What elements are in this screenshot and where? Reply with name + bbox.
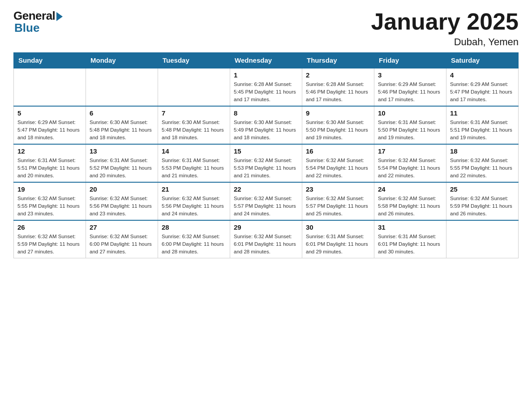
- day-number: 19: [17, 185, 82, 193]
- logo-triangle-icon: [56, 12, 63, 21]
- calendar-cell: 15Sunrise: 6:32 AM Sunset: 5:53 PM Dayli…: [230, 144, 302, 182]
- day-info: Sunrise: 6:31 AM Sunset: 5:50 PM Dayligh…: [378, 119, 442, 141]
- day-info: Sunrise: 6:32 AM Sunset: 5:57 PM Dayligh…: [306, 195, 370, 217]
- column-header-friday: Friday: [374, 53, 446, 68]
- day-number: 28: [162, 223, 226, 231]
- day-number: 5: [17, 109, 82, 117]
- day-info: Sunrise: 6:31 AM Sunset: 5:53 PM Dayligh…: [162, 157, 226, 179]
- calendar-cell: 8Sunrise: 6:30 AM Sunset: 5:49 PM Daylig…: [230, 106, 302, 144]
- day-number: 31: [378, 223, 442, 231]
- calendar-cell: 30Sunrise: 6:31 AM Sunset: 6:01 PM Dayli…: [302, 220, 374, 258]
- day-number: 25: [450, 185, 515, 193]
- calendar-cell: 13Sunrise: 6:31 AM Sunset: 5:52 PM Dayli…: [86, 144, 158, 182]
- title-area: January 2025 Dubah, Yemen: [371, 9, 519, 48]
- logo: General Blue: [13, 9, 63, 35]
- calendar-cell: 14Sunrise: 6:31 AM Sunset: 5:53 PM Dayli…: [158, 144, 230, 182]
- day-number: 3: [378, 71, 442, 79]
- day-info: Sunrise: 6:32 AM Sunset: 6:00 PM Dayligh…: [90, 233, 154, 255]
- day-number: 8: [234, 109, 298, 117]
- calendar-cell: 25Sunrise: 6:32 AM Sunset: 5:59 PM Dayli…: [446, 182, 519, 220]
- calendar-cell: 26Sunrise: 6:32 AM Sunset: 5:59 PM Dayli…: [14, 220, 86, 258]
- day-number: 21: [162, 185, 226, 193]
- day-info: Sunrise: 6:32 AM Sunset: 5:54 PM Dayligh…: [306, 157, 370, 179]
- calendar-cell: 27Sunrise: 6:32 AM Sunset: 6:00 PM Dayli…: [86, 220, 158, 258]
- day-info: Sunrise: 6:29 AM Sunset: 5:47 PM Dayligh…: [450, 81, 515, 103]
- calendar-cell: 9Sunrise: 6:30 AM Sunset: 5:50 PM Daylig…: [302, 106, 374, 144]
- day-info: Sunrise: 6:29 AM Sunset: 5:46 PM Dayligh…: [378, 81, 442, 103]
- day-number: 13: [90, 147, 154, 155]
- day-number: 23: [306, 185, 370, 193]
- calendar-cell: 16Sunrise: 6:32 AM Sunset: 5:54 PM Dayli…: [302, 144, 374, 182]
- day-info: Sunrise: 6:32 AM Sunset: 5:55 PM Dayligh…: [17, 195, 82, 217]
- calendar-cell: [86, 68, 158, 106]
- calendar-cell: 7Sunrise: 6:30 AM Sunset: 5:48 PM Daylig…: [158, 106, 230, 144]
- week-row-3: 12Sunrise: 6:31 AM Sunset: 5:51 PM Dayli…: [14, 144, 519, 182]
- day-info: Sunrise: 6:31 AM Sunset: 5:51 PM Dayligh…: [450, 119, 515, 141]
- day-number: 24: [378, 185, 442, 193]
- calendar-cell: 6Sunrise: 6:30 AM Sunset: 5:48 PM Daylig…: [86, 106, 158, 144]
- calendar-cell: 29Sunrise: 6:32 AM Sunset: 6:01 PM Dayli…: [230, 220, 302, 258]
- calendar-cell: 11Sunrise: 6:31 AM Sunset: 5:51 PM Dayli…: [446, 106, 519, 144]
- day-number: 11: [450, 109, 515, 117]
- calendar-cell: [158, 68, 230, 106]
- column-header-sunday: Sunday: [14, 53, 86, 68]
- day-number: 26: [17, 223, 82, 231]
- calendar-cell: [446, 220, 519, 258]
- header-row: SundayMondayTuesdayWednesdayThursdayFrid…: [14, 53, 519, 68]
- day-info: Sunrise: 6:29 AM Sunset: 5:47 PM Dayligh…: [17, 119, 82, 141]
- day-info: Sunrise: 6:32 AM Sunset: 5:59 PM Dayligh…: [450, 195, 515, 217]
- calendar-cell: 18Sunrise: 6:32 AM Sunset: 5:55 PM Dayli…: [446, 144, 519, 182]
- day-number: 10: [378, 109, 442, 117]
- day-number: 27: [90, 223, 154, 231]
- day-info: Sunrise: 6:31 AM Sunset: 6:01 PM Dayligh…: [306, 233, 370, 255]
- day-number: 29: [234, 223, 298, 231]
- calendar-cell: 24Sunrise: 6:32 AM Sunset: 5:58 PM Dayli…: [374, 182, 446, 220]
- day-number: 6: [90, 109, 154, 117]
- day-info: Sunrise: 6:32 AM Sunset: 6:01 PM Dayligh…: [234, 233, 298, 255]
- calendar-cell: 3Sunrise: 6:29 AM Sunset: 5:46 PM Daylig…: [374, 68, 446, 106]
- day-number: 4: [450, 71, 515, 79]
- day-number: 16: [306, 147, 370, 155]
- column-header-tuesday: Tuesday: [158, 53, 230, 68]
- calendar-cell: 17Sunrise: 6:32 AM Sunset: 5:54 PM Dayli…: [374, 144, 446, 182]
- day-number: 15: [234, 147, 298, 155]
- column-header-thursday: Thursday: [302, 53, 374, 68]
- day-info: Sunrise: 6:32 AM Sunset: 5:53 PM Dayligh…: [234, 157, 298, 179]
- calendar-cell: 19Sunrise: 6:32 AM Sunset: 5:55 PM Dayli…: [14, 182, 86, 220]
- week-row-4: 19Sunrise: 6:32 AM Sunset: 5:55 PM Dayli…: [14, 182, 519, 220]
- day-info: Sunrise: 6:30 AM Sunset: 5:48 PM Dayligh…: [162, 119, 226, 141]
- day-number: 20: [90, 185, 154, 193]
- day-info: Sunrise: 6:32 AM Sunset: 5:56 PM Dayligh…: [90, 195, 154, 217]
- location: Dubah, Yemen: [371, 36, 519, 48]
- day-number: 22: [234, 185, 298, 193]
- day-info: Sunrise: 6:32 AM Sunset: 5:59 PM Dayligh…: [17, 233, 82, 255]
- day-info: Sunrise: 6:32 AM Sunset: 5:57 PM Dayligh…: [234, 195, 298, 217]
- calendar-cell: 10Sunrise: 6:31 AM Sunset: 5:50 PM Dayli…: [374, 106, 446, 144]
- calendar-cell: 31Sunrise: 6:31 AM Sunset: 6:01 PM Dayli…: [374, 220, 446, 258]
- day-info: Sunrise: 6:32 AM Sunset: 5:55 PM Dayligh…: [450, 157, 515, 179]
- day-number: 1: [234, 71, 298, 79]
- day-info: Sunrise: 6:30 AM Sunset: 5:48 PM Dayligh…: [90, 119, 154, 141]
- logo-blue-text: Blue: [13, 21, 39, 35]
- calendar-cell: 28Sunrise: 6:32 AM Sunset: 6:00 PM Dayli…: [158, 220, 230, 258]
- day-number: 18: [450, 147, 515, 155]
- calendar-cell: 1Sunrise: 6:28 AM Sunset: 5:45 PM Daylig…: [230, 68, 302, 106]
- calendar-cell: 2Sunrise: 6:28 AM Sunset: 5:46 PM Daylig…: [302, 68, 374, 106]
- calendar-cell: 12Sunrise: 6:31 AM Sunset: 5:51 PM Dayli…: [14, 144, 86, 182]
- calendar-cell: [14, 68, 86, 106]
- day-info: Sunrise: 6:31 AM Sunset: 6:01 PM Dayligh…: [378, 233, 442, 255]
- day-number: 30: [306, 223, 370, 231]
- day-info: Sunrise: 6:31 AM Sunset: 5:52 PM Dayligh…: [90, 157, 154, 179]
- day-number: 17: [378, 147, 442, 155]
- calendar-title: January 2025: [371, 9, 519, 34]
- day-number: 12: [17, 147, 82, 155]
- day-number: 14: [162, 147, 226, 155]
- day-info: Sunrise: 6:32 AM Sunset: 5:58 PM Dayligh…: [378, 195, 442, 217]
- day-info: Sunrise: 6:32 AM Sunset: 5:56 PM Dayligh…: [162, 195, 226, 217]
- week-row-5: 26Sunrise: 6:32 AM Sunset: 5:59 PM Dayli…: [14, 220, 519, 258]
- calendar-cell: 5Sunrise: 6:29 AM Sunset: 5:47 PM Daylig…: [14, 106, 86, 144]
- calendar-cell: 22Sunrise: 6:32 AM Sunset: 5:57 PM Dayli…: [230, 182, 302, 220]
- calendar-cell: 21Sunrise: 6:32 AM Sunset: 5:56 PM Dayli…: [158, 182, 230, 220]
- calendar-cell: 20Sunrise: 6:32 AM Sunset: 5:56 PM Dayli…: [86, 182, 158, 220]
- day-info: Sunrise: 6:30 AM Sunset: 5:50 PM Dayligh…: [306, 119, 370, 141]
